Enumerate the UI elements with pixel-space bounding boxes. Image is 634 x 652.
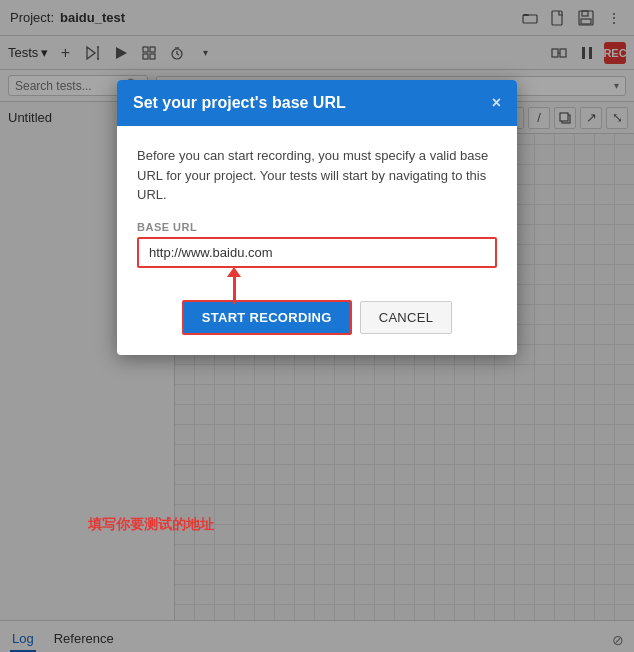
dialog-description: Before you can start recording, you must… [137,146,497,205]
dialog-field-label: BASE URL [137,221,497,233]
cancel-button[interactable]: CANCEL [360,301,453,334]
dialog-close-button[interactable]: × [492,94,501,112]
dialog-actions: START RECORDING CANCEL [117,284,517,355]
dialog: Set your project's base URL × Before you… [117,80,517,355]
chinese-annotation: 填写你要测试的地址 [88,516,214,534]
dialog-body: Before you can start recording, you must… [117,126,517,284]
dialog-header: Set your project's base URL × [117,80,517,126]
start-recording-button[interactable]: START RECORDING [182,300,352,335]
arrow-annotation [227,267,241,304]
arrow-shaft [233,276,236,304]
dialog-input-container [137,237,497,268]
modal-overlay: Set your project's base URL × Before you… [0,0,634,652]
dialog-title: Set your project's base URL [133,94,346,112]
base-url-input[interactable] [137,237,497,268]
